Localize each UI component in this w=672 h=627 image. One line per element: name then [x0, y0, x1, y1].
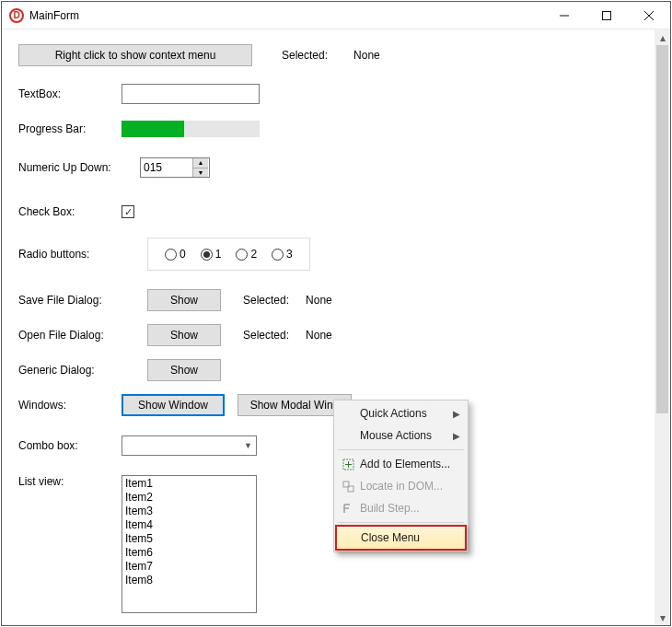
combo-box[interactable]: ▼ [122, 435, 257, 456]
numeric-label: Numeric Up Down: [18, 161, 122, 174]
open-selected-label: Selected: [243, 329, 289, 342]
checkbox-label: Check Box: [18, 205, 122, 218]
radio-label: Radio buttons: [18, 248, 122, 261]
list-item[interactable]: Item1 [125, 477, 253, 491]
save-dialog-label: Save File Dialog: [18, 294, 122, 307]
radio-1[interactable]: 1 [201, 248, 222, 261]
close-button[interactable] [628, 2, 670, 29]
locate-dom-icon [340, 481, 356, 493]
menu-add-elements[interactable]: Add to Elements... [336, 453, 466, 475]
minimize-button[interactable] [543, 2, 585, 29]
context-menu-button[interactable]: Right click to show context menu [18, 44, 252, 66]
checkbox[interactable]: ✓ [122, 205, 134, 218]
main-window: D MainForm Right click to show context m… [1, 1, 671, 626]
textbox-label: TextBox: [18, 87, 122, 100]
submenu-arrow-icon: ▶ [453, 409, 460, 419]
list-item[interactable]: Item8 [125, 574, 253, 587]
menu-separator [338, 522, 464, 523]
window-title: MainForm [29, 9, 79, 22]
numeric-down-button[interactable]: ▼ [193, 168, 208, 178]
build-step-icon [340, 503, 356, 515]
open-dialog-label: Open File Dialog: [18, 329, 122, 342]
app-icon: D [9, 8, 24, 23]
client-area: Right click to show context menu Selecte… [2, 29, 670, 625]
combo-label: Combo box: [18, 439, 122, 452]
list-item[interactable]: Item5 [125, 532, 253, 546]
selected-value: None [353, 49, 380, 62]
menu-separator [338, 449, 464, 450]
generic-dialog-label: Generic Dialog: [18, 364, 122, 377]
list-item[interactable]: Item6 [125, 546, 253, 560]
svg-rect-1 [603, 11, 611, 19]
maximize-button[interactable] [585, 2, 628, 29]
show-window-button[interactable]: Show Window [122, 394, 225, 416]
scroll-up-button[interactable]: ▴ [655, 29, 670, 45]
menu-mouse-actions[interactable]: Mouse Actions ▶ [336, 424, 466, 447]
numeric-input[interactable] [141, 158, 192, 177]
scroll-thumb[interactable] [656, 45, 668, 413]
list-item[interactable]: Item4 [125, 518, 253, 532]
numeric-up-button[interactable]: ▲ [193, 158, 208, 168]
textbox-input[interactable] [122, 84, 260, 104]
open-dialog-show-button[interactable]: Show [147, 324, 221, 346]
menu-locate-dom: Locate in DOM... [336, 475, 466, 497]
titlebar: D MainForm [2, 2, 670, 29]
windows-label: Windows: [18, 399, 122, 412]
radio-2[interactable]: 2 [236, 248, 257, 261]
progress-bar [122, 121, 260, 137]
radio-3[interactable]: 3 [272, 248, 293, 261]
chevron-down-icon: ▼ [240, 436, 256, 455]
add-elements-icon [340, 459, 356, 470]
save-selected-value: None [306, 294, 332, 307]
save-dialog-show-button[interactable]: Show [147, 289, 221, 311]
list-view[interactable]: Item1 Item2 Item3 Item4 Item5 Item6 Item… [122, 475, 257, 613]
list-item[interactable]: Item3 [125, 505, 253, 518]
menu-close[interactable]: Close Menu [335, 525, 467, 551]
selected-label: Selected: [282, 49, 328, 62]
progress-label: Progress Bar: [18, 122, 122, 135]
context-menu: Quick Actions ▶ Mouse Actions ▶ Add to E… [333, 400, 469, 552]
submenu-arrow-icon: ▶ [453, 431, 460, 441]
progress-fill [122, 121, 184, 137]
listview-label: List view: [18, 475, 122, 488]
open-selected-value: None [306, 329, 332, 342]
menu-build-step: Build Step... [336, 497, 466, 519]
list-item[interactable]: Item7 [125, 560, 253, 574]
numeric-updown[interactable]: ▲ ▼ [140, 157, 210, 178]
radio-group: 0 1 2 3 [147, 238, 310, 271]
vertical-scrollbar[interactable]: ▴ ▾ [655, 29, 670, 625]
menu-quick-actions[interactable]: Quick Actions ▶ [336, 402, 466, 424]
list-item[interactable]: Item2 [125, 491, 253, 505]
save-selected-label: Selected: [243, 294, 289, 307]
generic-dialog-show-button[interactable]: Show [147, 359, 221, 381]
scroll-down-button[interactable]: ▾ [655, 610, 670, 625]
radio-0[interactable]: 0 [165, 248, 186, 261]
